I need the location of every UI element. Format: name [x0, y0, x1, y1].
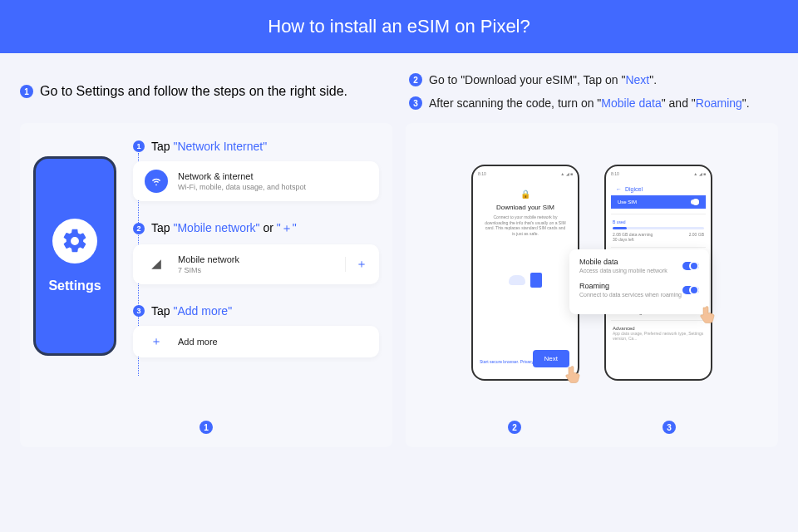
step-badge-3: 3 — [409, 96, 422, 110]
usage-block: B used 2.08 GB data warning 2.00 GB 30 d… — [611, 214, 706, 247]
card-add-more[interactable]: ＋ Add more — [133, 326, 379, 357]
cloud-icon — [509, 275, 525, 285]
panel-left: Settings 1 Tap "Network Internet" Networ… — [20, 123, 392, 447]
card-network-internet[interactable]: Network & internet Wi-Fi, mobile, data u… — [133, 161, 379, 201]
action-mobile-network: "Mobile network" — [173, 221, 259, 234]
phone-data-settings: 8:10 ▲ ◢ ■ Digicel Use SIM B used — [604, 165, 712, 381]
action-network-internet: "Network Internet" — [173, 140, 267, 153]
step-network-internet: 1 Tap "Network Internet" Network & inter… — [133, 140, 379, 201]
intro-left: 1 Go to Settings and follow the steps on… — [20, 73, 389, 110]
toggle-icon — [691, 200, 699, 204]
carrier-name: Digicel — [616, 186, 701, 192]
mobile-data-link: Mobile data — [601, 96, 661, 110]
footer-badge-3: 3 — [663, 421, 676, 434]
roaming-switch[interactable] — [682, 286, 699, 294]
card-title: Add more — [178, 337, 367, 347]
gear-icon — [52, 219, 97, 264]
mobile-data-sub: Access data using mobile network — [579, 268, 667, 273]
usage-bar — [613, 227, 704, 229]
step-badge-2: 2 — [409, 73, 422, 86]
page-title: How to install an eSIM on Pixel? — [268, 16, 530, 37]
settings-label: Settings — [48, 278, 101, 293]
lock-icon: 🔒 — [481, 190, 569, 199]
steps-list: 1 Tap "Network Internet" Network & inter… — [133, 140, 379, 406]
substep-badge-3: 3 — [133, 305, 145, 317]
panel-footer-right: 2 3 — [419, 421, 765, 434]
wifi-icon — [145, 170, 168, 193]
roaming-sub: Connect to data services when roaming — [579, 292, 682, 298]
status-icons: ▲ ◢ ■ — [560, 171, 573, 176]
file-icon — [530, 273, 542, 288]
roaming-row[interactable]: Roaming Connect to data services when ro… — [579, 282, 699, 298]
card-sub: 7 SIMs — [178, 266, 332, 274]
toggles-popup: Mobile data Access data using mobile net… — [569, 249, 709, 314]
intro-section: 1 Go to Settings and follow the steps on… — [0, 53, 798, 123]
panel-footer-left: 1 — [33, 421, 379, 434]
status-bar: 8:10 ▲ ◢ ■ — [611, 171, 706, 176]
plus-icon[interactable]: ＋ — [345, 257, 367, 272]
hand-pointer-icon — [697, 306, 717, 326]
roaming-title: Roaming — [579, 282, 682, 290]
settings-phone: Settings — [33, 156, 116, 356]
mobile-data-title: Mobile data — [579, 258, 667, 266]
status-icons: ▲ ◢ ■ — [693, 171, 706, 176]
footer-badge-2: 2 — [508, 421, 521, 434]
intro-item-3: 3 After scanning the code, turn on "Mobi… — [409, 96, 778, 110]
card-mobile-network[interactable]: Mobile network 7 SIMs ＋ — [133, 244, 379, 284]
intro-left-text: Go to Settings and follow the steps on t… — [40, 84, 347, 99]
status-bar: 8:10 ▲ ◢ ■ — [478, 171, 573, 176]
card-sub: Wi-Fi, mobile, data usage, and hotspot — [178, 183, 367, 191]
download-graphic — [500, 268, 550, 293]
mobile-data-row[interactable]: Mobile data Access data using mobile net… — [579, 258, 699, 273]
page-header: How to install an eSIM on Pixel? — [0, 0, 798, 53]
step-add-more: 3 Tap "Add more" ＋ Add more — [133, 304, 379, 357]
hand-pointer-icon — [563, 366, 583, 386]
mobile-data-switch[interactable] — [682, 262, 699, 270]
step-mobile-network: 2 Tap "Mobile network" or "＋" Mobile net… — [133, 221, 379, 284]
intro-item-2: 2 Go to "Download your eSIM", Tap on "Ne… — [409, 73, 778, 86]
advanced-item[interactable]: Advanced App data usage, Preferred netwo… — [611, 320, 706, 346]
substep-badge-1: 1 — [133, 140, 145, 152]
intro-text-3: After scanning the code, turn on "Mobile… — [429, 96, 750, 110]
card-title: Mobile network — [178, 254, 332, 264]
phone-download-sim: 8:10 ▲ ◢ ■ 🔒 Download your SIM Connect t… — [471, 165, 579, 381]
step-badge-1: 1 — [20, 85, 33, 98]
download-title: Download your SIM — [481, 204, 569, 211]
next-link: Next — [625, 73, 649, 86]
action-plus: "＋" — [277, 221, 297, 234]
panels: Settings 1 Tap "Network Internet" Networ… — [0, 123, 798, 467]
card-title: Network & internet — [178, 171, 367, 181]
download-desc: Connect to your mobile network by downlo… — [481, 214, 569, 236]
action-add-more: "Add more" — [173, 304, 232, 318]
intro-text-2: Go to "Download your eSIM", Tap on "Next… — [429, 73, 657, 86]
footer-badge-1: 1 — [200, 421, 213, 434]
substep-badge-2: 2 — [133, 223, 145, 234]
plus-icon: ＋ — [145, 334, 168, 349]
roaming-link: Roaming — [696, 96, 742, 110]
signal-icon — [145, 253, 168, 276]
panel-right: 8:10 ▲ ◢ ■ 🔒 Download your SIM Connect t… — [406, 123, 778, 447]
next-button[interactable]: Next — [533, 350, 569, 367]
intro-right: 2 Go to "Download your eSIM", Tap on "Ne… — [409, 73, 778, 110]
use-sim-row[interactable]: Use SIM — [611, 195, 706, 209]
